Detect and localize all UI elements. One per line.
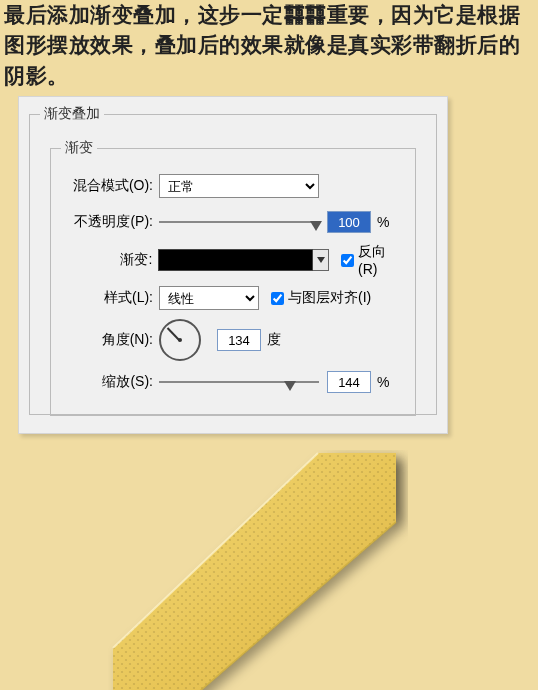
gradient-swatch[interactable] — [158, 249, 313, 271]
align-checkbox[interactable] — [271, 292, 284, 305]
opacity-row: 不透明度(P): % — [61, 207, 405, 237]
intro-line: 最后添加渐变叠加，这步一定䨻䨻重要，因为它是根据图形摆放效果，叠加后的效果就像是… — [4, 3, 520, 87]
style-row: 样式(L): 线性 与图层对齐(I) — [61, 283, 405, 313]
blend-mode-select[interactable]: 正常 — [159, 174, 319, 198]
outer-legend: 渐变叠加 — [40, 105, 104, 123]
gradient-label: 渐变: — [61, 251, 158, 269]
gradient-dropdown-button[interactable] — [313, 249, 329, 271]
opacity-suffix: % — [377, 214, 389, 230]
angle-dial[interactable] — [159, 319, 201, 361]
chevron-down-icon — [317, 257, 325, 263]
angle-label: 角度(N): — [61, 331, 159, 349]
scale-input[interactable] — [327, 371, 371, 393]
scale-row: 缩放(S): % — [61, 367, 405, 397]
blend-mode-row: 混合模式(O): 正常 — [61, 171, 405, 201]
align-checkbox-label[interactable]: 与图层对齐(I) — [271, 289, 371, 307]
scale-label: 缩放(S): — [61, 373, 159, 391]
inner-fieldset: 渐变 混合模式(O): 正常 不透明度(P): % 渐变: — [50, 139, 416, 416]
opacity-input[interactable] — [327, 211, 371, 233]
intro-text: 最后添加渐变叠加，这步一定䨻䨻重要，因为它是根据图形摆放效果，叠加后的效果就像是… — [0, 0, 538, 99]
outer-fieldset: 渐变叠加 渐变 混合模式(O): 正常 不透明度(P): % — [29, 105, 437, 415]
style-select[interactable]: 线性 — [159, 286, 259, 310]
gradient-overlay-panel: 渐变叠加 渐变 混合模式(O): 正常 不透明度(P): % — [18, 96, 448, 434]
ribbon-preview — [108, 450, 408, 690]
opacity-label: 不透明度(P): — [61, 213, 159, 231]
reverse-checkbox[interactable] — [341, 254, 354, 267]
svg-marker-0 — [317, 257, 325, 263]
scale-slider[interactable] — [159, 373, 319, 391]
inner-legend: 渐变 — [61, 139, 97, 157]
angle-input[interactable] — [217, 329, 261, 351]
blend-mode-label: 混合模式(O): — [61, 177, 159, 195]
scale-suffix: % — [377, 374, 389, 390]
opacity-slider[interactable] — [159, 213, 319, 231]
gradient-row: 渐变: 反向(R) — [61, 243, 405, 277]
svg-marker-6 — [113, 453, 396, 690]
style-label: 样式(L): — [61, 289, 159, 307]
reverse-text: 反向(R) — [358, 243, 405, 277]
reverse-checkbox-label[interactable]: 反向(R) — [341, 243, 405, 277]
angle-suffix: 度 — [267, 331, 281, 349]
align-text: 与图层对齐(I) — [288, 289, 371, 307]
angle-row: 角度(N): 度 — [61, 319, 405, 361]
